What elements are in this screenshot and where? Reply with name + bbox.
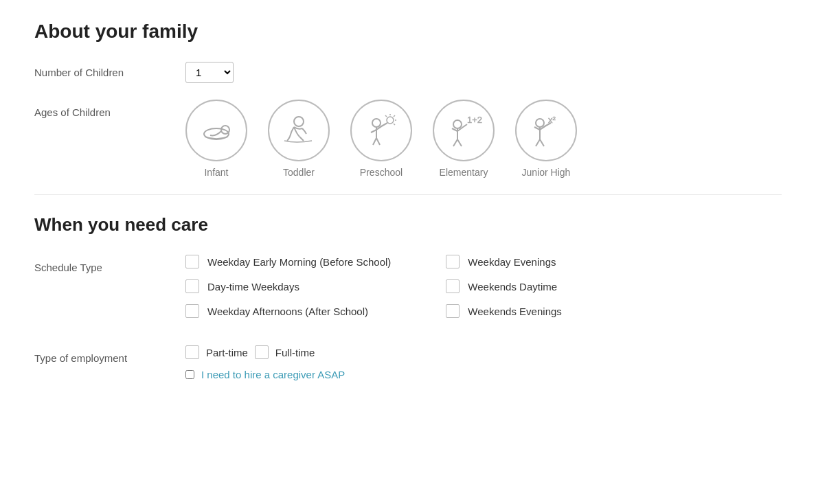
schedule-options: Weekday Early Morning (Before School) Da… xyxy=(185,255,652,329)
age-item-infant[interactable]: Infant xyxy=(185,100,247,178)
employment-type-row: Part-time Full-time xyxy=(185,345,345,359)
age-item-elementary[interactable]: 1+2 Elementary xyxy=(433,100,495,178)
family-title: About your family xyxy=(34,21,782,43)
part-time-checkbox[interactable] xyxy=(185,345,199,359)
num-children-row: Number of Children 1 2 3 4 5 6+ xyxy=(34,62,782,83)
age-icons-container: Infant xyxy=(185,100,577,178)
age-item-preschool[interactable]: Preschool xyxy=(350,100,412,178)
schedule-checkbox-5[interactable] xyxy=(446,279,460,293)
svg-line-5 xyxy=(394,115,395,117)
toddler-circle[interactable] xyxy=(268,100,330,161)
schedule-grid: Weekday Early Morning (Before School) Da… xyxy=(185,255,652,329)
junior-high-circle[interactable]: x² xyxy=(515,100,577,161)
schedule-section: Schedule Type Weekday Early Morning (Bef… xyxy=(34,255,782,329)
svg-point-2 xyxy=(294,117,304,126)
full-time-checkbox[interactable] xyxy=(255,345,269,359)
svg-point-12 xyxy=(453,120,462,128)
svg-line-8 xyxy=(385,115,387,117)
schedule-option-5: Weekends Daytime xyxy=(446,279,651,293)
schedule-right-col: Weekday Evenings Weekends Daytime Weeken… xyxy=(446,255,651,329)
schedule-label-6[interactable]: Weekends Evenings xyxy=(468,306,561,317)
employment-options: Part-time Full-time I need to hire a car… xyxy=(185,345,345,380)
ages-label: Ages of Children xyxy=(34,100,185,118)
schedule-option-2: Day-time Weekdays xyxy=(185,279,391,293)
schedule-checkbox-3[interactable] xyxy=(185,304,199,318)
schedule-label-1[interactable]: Weekday Early Morning (Before School) xyxy=(207,256,391,268)
schedule-label-4[interactable]: Weekday Evenings xyxy=(468,256,556,268)
svg-line-7 xyxy=(394,124,395,125)
infant-label: Infant xyxy=(204,167,228,178)
toddler-label: Toddler xyxy=(283,167,315,178)
svg-point-9 xyxy=(372,119,381,127)
schedule-option-3: Weekday Afternoons (After School) xyxy=(185,304,391,318)
schedule-option-4: Weekday Evenings xyxy=(446,255,651,268)
schedule-option-1: Weekday Early Morning (Before School) xyxy=(185,255,391,268)
schedule-checkbox-4[interactable] xyxy=(446,255,460,268)
svg-text:1+2: 1+2 xyxy=(467,115,482,125)
ages-row: Ages of Children Infant xyxy=(34,100,782,178)
svg-point-15 xyxy=(536,119,544,127)
schedule-option-6: Weekends Evenings xyxy=(446,304,651,318)
schedule-label-5[interactable]: Weekends Daytime xyxy=(468,281,557,293)
infant-circle[interactable] xyxy=(185,100,247,161)
full-time-label[interactable]: Full-time xyxy=(275,347,315,358)
preschool-label: Preschool xyxy=(360,167,403,178)
hire-asap-checkbox[interactable] xyxy=(185,370,194,379)
family-section: About your family Number of Children 1 2… xyxy=(34,21,782,178)
svg-point-3 xyxy=(387,117,394,124)
schedule-label-2[interactable]: Day-time Weekdays xyxy=(207,281,299,293)
employment-section: Type of employment Part-time Full-time I… xyxy=(34,345,782,380)
num-children-label: Number of Children xyxy=(34,67,185,78)
junior-high-label: Junior High xyxy=(522,167,571,178)
care-title: When you need care xyxy=(34,214,782,236)
schedule-checkbox-2[interactable] xyxy=(185,279,199,293)
elementary-label: Elementary xyxy=(440,167,488,178)
schedule-label: Schedule Type xyxy=(34,255,185,273)
schedule-label-3[interactable]: Weekday Afternoons (After School) xyxy=(207,306,368,317)
schedule-checkbox-6[interactable] xyxy=(446,304,460,318)
hire-asap-label[interactable]: I need to hire a caregiver ASAP xyxy=(201,369,345,380)
age-item-junior-high[interactable]: x² Junior High xyxy=(515,100,577,178)
part-time-label[interactable]: Part-time xyxy=(206,347,248,358)
hire-row: I need to hire a caregiver ASAP xyxy=(185,369,345,380)
schedule-left-col: Weekday Early Morning (Before School) Da… xyxy=(185,255,391,329)
section-divider xyxy=(34,194,782,195)
care-section: When you need care Schedule Type Weekday… xyxy=(34,214,782,380)
num-children-select[interactable]: 1 2 3 4 5 6+ xyxy=(185,62,234,83)
employment-label: Type of employment xyxy=(34,345,185,364)
elementary-circle[interactable]: 1+2 xyxy=(433,100,495,161)
age-item-toddler[interactable]: Toddler xyxy=(268,100,330,178)
preschool-circle[interactable] xyxy=(350,100,412,161)
schedule-checkbox-1[interactable] xyxy=(185,255,199,268)
